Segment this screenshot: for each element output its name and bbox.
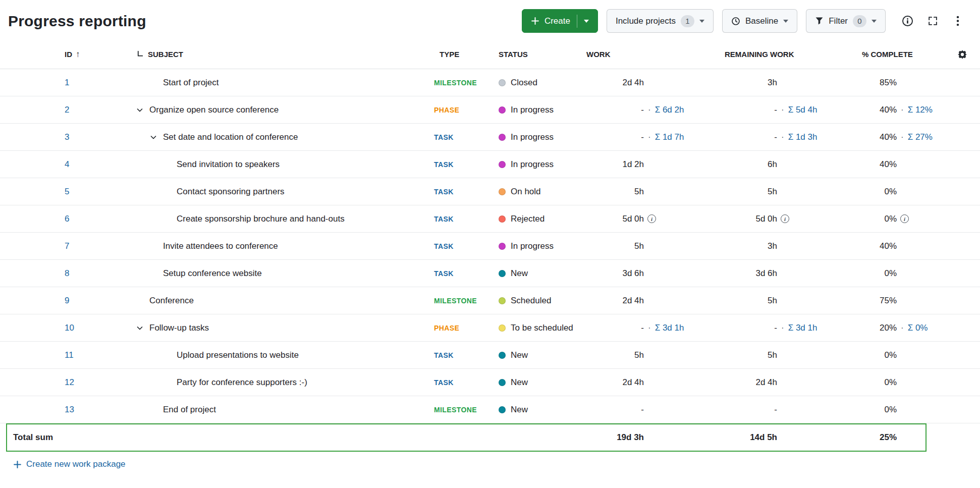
status-label: Rejected <box>511 214 545 224</box>
cell-value-box: 5h <box>580 241 644 251</box>
work-package-id-link[interactable]: 6 <box>65 214 69 224</box>
id-cell: 7 <box>0 241 131 251</box>
column-header-id[interactable]: ID ↑ <box>0 49 131 60</box>
derived-sum-link[interactable]: Σ 1d 7h <box>655 132 684 142</box>
derived-sum-link[interactable]: Σ 1d 3h <box>788 132 818 142</box>
status-dot-icon <box>499 297 506 304</box>
table-row[interactable]: 10Follow-up tasksPHASETo be scheduled-·Σ… <box>0 314 980 342</box>
remaining-work-cell: 2d 4h <box>696 377 843 388</box>
status-cell: New <box>492 350 580 360</box>
percent-complete-cell: 40% <box>843 159 944 170</box>
table-row[interactable]: 13End of projectMILESTONENew--0% <box>0 396 980 423</box>
column-header-work[interactable]: WORK <box>580 50 696 59</box>
subject-cell: Conference <box>131 296 434 306</box>
info-icon[interactable]: i <box>781 214 789 223</box>
column-header-subject[interactable]: SUBJECT <box>131 50 434 59</box>
work-package-id-link[interactable]: 8 <box>65 268 69 278</box>
info-button[interactable] <box>896 10 918 32</box>
collapse-chevron-icon[interactable] <box>136 324 149 332</box>
table-row[interactable]: 12Party for conference supporters :-)TAS… <box>0 369 980 396</box>
cell-value: 5h <box>634 187 644 196</box>
create-work-package-link[interactable]: Create new work package <box>13 459 126 469</box>
work-package-id-link[interactable]: 9 <box>65 296 69 305</box>
derived-sum-link[interactable]: Σ 12% <box>908 105 933 115</box>
collapse-chevron-icon[interactable] <box>149 133 163 141</box>
status-dot-icon <box>499 161 506 168</box>
remaining-work-cell: 5h <box>696 350 843 360</box>
status-dot-icon <box>499 106 506 114</box>
cell-value-box: 3d 6h <box>696 268 777 279</box>
derived-sum-link[interactable]: Σ 6d 2h <box>655 105 684 115</box>
hierarchy-icon <box>136 50 144 59</box>
include-projects-button[interactable]: Include projects 1 <box>607 9 714 33</box>
table-row[interactable]: 2Organize open source conferencePHASEIn … <box>0 96 980 124</box>
info-icon[interactable]: i <box>900 214 909 223</box>
baseline-button[interactable]: Baseline <box>722 9 797 33</box>
work-package-id-link[interactable]: 1 <box>65 78 69 87</box>
derived-sum-link[interactable]: Σ 0% <box>908 323 928 333</box>
cell-value: 2d 4h <box>755 377 777 387</box>
status-cell: Scheduled <box>492 296 580 306</box>
collapse-chevron-icon[interactable] <box>136 106 149 114</box>
cell-value: 5d 0h <box>622 214 644 224</box>
table-row[interactable]: 11Upload presentations to websiteTASKNew… <box>0 342 980 369</box>
id-cell: 13 <box>0 405 131 415</box>
status-dot-icon <box>499 243 506 250</box>
derived-sum-link[interactable]: Σ 27% <box>908 132 933 142</box>
column-header-status[interactable]: STATUS <box>492 50 580 59</box>
percent-complete-cell: 40%·Σ 27% <box>843 132 944 142</box>
chevron-down-icon <box>699 20 704 23</box>
create-button[interactable]: Create <box>522 9 598 33</box>
table-row[interactable]: 9ConferenceMILESTONEScheduled2d 4h5h75% <box>0 287 980 314</box>
table-row[interactable]: 3Set date and location of conferenceTASK… <box>0 124 980 151</box>
filter-button[interactable]: Filter 0 <box>806 9 886 33</box>
chevron-down-icon <box>783 20 788 23</box>
cell-value: 0% <box>884 214 897 224</box>
id-cell: 9 <box>0 296 131 306</box>
type-cell: TASK <box>434 268 492 279</box>
work-package-id-link[interactable]: 4 <box>65 159 69 169</box>
type-label: TASK <box>434 160 454 169</box>
work-package-id-link[interactable]: 3 <box>65 132 69 142</box>
table-row[interactable]: 4Send invitation to speakersTASKIn progr… <box>0 151 980 178</box>
cell-value: 5h <box>768 296 777 305</box>
work-package-id-link[interactable]: 13 <box>65 405 74 414</box>
work-cell: - <box>580 405 696 415</box>
table-row[interactable]: 5Contact sponsoring partnersTASKOn hold5… <box>0 178 980 205</box>
table-row[interactable]: 8Setup conference websiteTASKNew3d 6h3d … <box>0 260 980 287</box>
derived-sum-link[interactable]: Σ 5d 4h <box>788 105 818 115</box>
table-row[interactable]: 7Invite attendees to conferenceTASKIn pr… <box>0 233 980 260</box>
column-header-remaining-work[interactable]: REMAINING WORK <box>696 50 843 59</box>
remaining-work-cell: 3h <box>696 241 843 251</box>
work-cell: 5h <box>580 241 696 251</box>
type-label: TASK <box>434 215 454 223</box>
work-package-id-link[interactable]: 7 <box>65 241 69 251</box>
table-settings-gear-icon[interactable] <box>956 48 969 61</box>
work-package-id-link[interactable]: 5 <box>65 187 69 196</box>
derived-sum-link[interactable]: Σ 3d 1h <box>788 323 818 333</box>
type-cell: TASK <box>434 350 492 360</box>
column-header-remaining-work-label: REMAINING WORK <box>725 50 794 59</box>
status-cell: In progress <box>492 132 580 142</box>
table-row[interactable]: 1Start of projectMILESTONEClosed2d 4h3h8… <box>0 69 980 96</box>
fullscreen-button[interactable] <box>921 10 944 32</box>
info-icon[interactable]: i <box>647 214 656 223</box>
remaining-work-cell: -·Σ 5d 4h <box>696 105 843 115</box>
id-cell: 1 <box>0 78 131 88</box>
sum-separator: · <box>648 105 651 115</box>
work-package-id-link[interactable]: 12 <box>65 377 74 387</box>
table-row[interactable]: 6Create sponsorship brochure and hand-ou… <box>0 205 980 233</box>
column-header-percent-complete[interactable]: % COMPLETE <box>843 50 944 59</box>
status-dot-icon <box>499 79 506 86</box>
column-header-type-label: TYPE <box>440 50 459 59</box>
work-package-id-link[interactable]: 11 <box>65 350 74 360</box>
cell-value-box: 5h <box>696 187 777 197</box>
work-package-id-link[interactable]: 10 <box>65 323 74 333</box>
cell-value-box: - <box>580 323 644 333</box>
more-menu-button[interactable] <box>947 10 969 32</box>
derived-sum-link[interactable]: Σ 3d 1h <box>655 323 684 333</box>
percent-complete-cell: 40% <box>843 241 944 251</box>
work-package-id-link[interactable]: 2 <box>65 105 69 115</box>
column-header-type[interactable]: TYPE <box>434 50 492 59</box>
sum-separator: · <box>648 323 651 333</box>
